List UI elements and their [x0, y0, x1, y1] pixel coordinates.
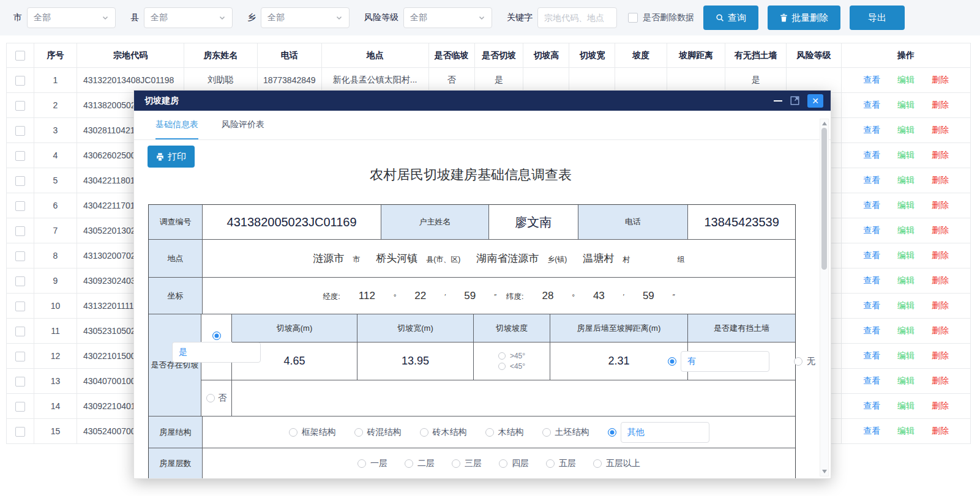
- delete-data-checkbox[interactable]: [628, 13, 638, 23]
- row-checkbox[interactable]: [15, 201, 25, 211]
- edit-link[interactable]: 编辑: [897, 100, 915, 109]
- radio-label[interactable]: 土坯结构: [555, 427, 589, 438]
- cut-exist-no-option[interactable]: 否: [201, 380, 232, 416]
- radio-label[interactable]: 砖混结构: [367, 427, 402, 438]
- radio-selected[interactable]: [668, 357, 676, 366]
- export-button[interactable]: 导出: [850, 6, 905, 30]
- edit-link[interactable]: 编辑: [897, 75, 915, 84]
- edit-link[interactable]: 编辑: [897, 300, 915, 310]
- modal-header[interactable]: 切坡建房 ✕: [134, 91, 831, 111]
- view-link[interactable]: 查看: [863, 100, 880, 109]
- row-checkbox[interactable]: [15, 176, 25, 186]
- delete-link[interactable]: 删除: [932, 200, 949, 210]
- delete-link[interactable]: 删除: [932, 175, 949, 185]
- row-checkbox[interactable]: [15, 427, 25, 437]
- radio-unselected[interactable]: [593, 459, 602, 468]
- delete-link[interactable]: 删除: [932, 426, 949, 435]
- radio-label[interactable]: 一层: [370, 458, 387, 469]
- tab-risk-evaluation[interactable]: 风险评价表: [222, 119, 264, 139]
- county-select[interactable]: 全部: [144, 7, 233, 28]
- scroll-down-arrow-icon[interactable]: [822, 470, 827, 473]
- radio-label[interactable]: 木结构: [498, 427, 524, 438]
- delete-link[interactable]: 删除: [932, 75, 949, 84]
- row-checkbox[interactable]: [15, 377, 25, 387]
- radio-label[interactable]: 五层以上: [606, 458, 640, 469]
- view-link[interactable]: 查看: [863, 250, 880, 260]
- modal-scrollbar[interactable]: [820, 119, 829, 476]
- radio-unselected[interactable]: [405, 459, 413, 468]
- radio-unselected[interactable]: [794, 357, 802, 366]
- close-icon[interactable]: ✕: [807, 94, 823, 108]
- radio-label[interactable]: 五层: [559, 458, 576, 469]
- delete-link[interactable]: 删除: [932, 125, 949, 135]
- radio-label[interactable]: 三层: [465, 458, 482, 469]
- delete-link[interactable]: 删除: [932, 225, 949, 235]
- query-button[interactable]: 查询: [703, 6, 758, 30]
- radio-label[interactable]: >45°: [510, 352, 525, 360]
- radio-label[interactable]: 有: [681, 351, 769, 372]
- view-link[interactable]: 查看: [863, 125, 880, 135]
- row-checkbox[interactable]: [15, 327, 25, 336]
- radio-unselected[interactable]: [485, 428, 494, 437]
- edit-link[interactable]: 编辑: [897, 401, 915, 410]
- radio-unselected[interactable]: [289, 428, 297, 437]
- maximize-icon[interactable]: [790, 96, 799, 105]
- batch-delete-button[interactable]: 批量删除: [768, 6, 840, 30]
- township-select[interactable]: 全部: [261, 7, 350, 28]
- radio-unselected[interactable]: [499, 459, 507, 468]
- radio-selected[interactable]: [608, 428, 616, 437]
- delete-link[interactable]: 删除: [932, 401, 949, 410]
- delete-link[interactable]: 删除: [932, 150, 949, 160]
- delete-link[interactable]: 删除: [932, 376, 949, 385]
- view-link[interactable]: 查看: [863, 150, 880, 160]
- view-link[interactable]: 查看: [863, 75, 880, 84]
- risk-level-select[interactable]: 全部: [403, 7, 492, 28]
- edit-link[interactable]: 编辑: [897, 350, 915, 360]
- view-link[interactable]: 查看: [863, 426, 880, 435]
- radio-label[interactable]: 否: [218, 393, 226, 404]
- radio-unselected[interactable]: [498, 363, 506, 370]
- delete-link[interactable]: 删除: [932, 100, 949, 109]
- radio-unselected[interactable]: [498, 352, 506, 360]
- row-checkbox[interactable]: [15, 352, 25, 361]
- edit-link[interactable]: 编辑: [897, 150, 915, 160]
- edit-link[interactable]: 编辑: [897, 275, 915, 285]
- edit-link[interactable]: 编辑: [897, 250, 915, 260]
- select-all-checkbox[interactable]: [15, 51, 25, 61]
- delete-link[interactable]: 删除: [932, 325, 949, 335]
- radio-label[interactable]: <45°: [510, 362, 525, 371]
- delete-link[interactable]: 删除: [932, 275, 949, 285]
- row-checkbox[interactable]: [15, 76, 25, 86]
- radio-label[interactable]: 无: [807, 356, 815, 367]
- print-button[interactable]: 打印: [148, 146, 195, 168]
- view-link[interactable]: 查看: [863, 275, 880, 285]
- keyword-input[interactable]: [537, 7, 617, 28]
- minimize-icon[interactable]: [774, 100, 782, 102]
- delete-link[interactable]: 删除: [932, 300, 949, 310]
- radio-label[interactable]: 四层: [512, 458, 529, 469]
- view-link[interactable]: 查看: [863, 175, 880, 185]
- delete-link[interactable]: 删除: [932, 250, 949, 260]
- view-link[interactable]: 查看: [863, 376, 880, 385]
- radio-unselected[interactable]: [354, 428, 363, 437]
- row-checkbox[interactable]: [15, 126, 25, 136]
- edit-link[interactable]: 编辑: [897, 200, 915, 210]
- view-link[interactable]: 查看: [863, 300, 880, 310]
- row-checkbox[interactable]: [15, 402, 25, 412]
- radio-selected[interactable]: [212, 331, 221, 340]
- edit-link[interactable]: 编辑: [897, 426, 915, 435]
- edit-link[interactable]: 编辑: [897, 376, 915, 385]
- row-checkbox[interactable]: [15, 302, 25, 311]
- city-select[interactable]: 全部: [27, 7, 116, 28]
- row-checkbox[interactable]: [15, 151, 25, 161]
- scrollbar-thumb[interactable]: [821, 128, 827, 270]
- radio-unselected[interactable]: [546, 459, 555, 468]
- view-link[interactable]: 查看: [863, 200, 880, 210]
- row-checkbox[interactable]: [15, 101, 25, 111]
- radio-unselected[interactable]: [357, 459, 366, 468]
- radio-unselected[interactable]: [542, 428, 551, 437]
- radio-unselected[interactable]: [452, 459, 460, 468]
- radio-label[interactable]: 框架结构: [302, 427, 336, 438]
- edit-link[interactable]: 编辑: [897, 175, 915, 185]
- radio-label[interactable]: 其他: [621, 422, 709, 443]
